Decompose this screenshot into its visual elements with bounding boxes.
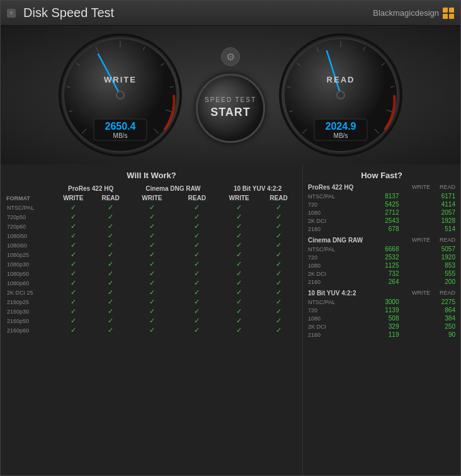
check-icon: ✓ [71, 279, 76, 286]
check-icon: ✓ [236, 222, 242, 230]
check-icon: ✓ [236, 307, 242, 315]
check-icon: ✓ [71, 251, 76, 258]
check-icon: ✓ [149, 326, 155, 334]
svg-text:WRITE: WRITE [104, 75, 137, 84]
format-cell: 720p60 [6, 222, 54, 231]
yuv-rows: NTSC/PAL 3000 2275 720 1139 864 1080 508… [308, 298, 455, 339]
check-icon: ✓ [236, 213, 242, 220]
check-icon: ✓ [71, 232, 76, 239]
check-icon: ✓ [194, 307, 200, 315]
cinema-dng-col-header: Cinema DNG RAW [128, 184, 219, 193]
check-icon: ✓ [108, 241, 113, 249]
check-icon: ✓ [71, 317, 76, 324]
hf-read-value: 90 [433, 331, 455, 338]
format-cell: NTSC/PAL [6, 203, 54, 212]
check-icon: ✓ [149, 298, 155, 305]
table-row: 2160p30 ✓ ✓ ✓ ✓ ✓ ✓ [6, 307, 297, 316]
svg-text:MB/s: MB/s [334, 132, 348, 139]
check-icon: ✓ [236, 251, 242, 258]
check-icon: ✓ [108, 288, 113, 296]
format-cell: 2K DCI 25 [6, 288, 54, 297]
check-icon: ✓ [71, 222, 76, 230]
hf-format-label: 1080 [308, 210, 343, 216]
hf-format-label: 1080 [308, 315, 343, 322]
hf-format-label: 1080 [308, 263, 343, 269]
table-row: 2160p60 ✓ ✓ ✓ ✓ ✓ ✓ [6, 326, 297, 335]
check-icon: ✓ [276, 203, 282, 211]
prores-write-col-header: WRITE [406, 184, 430, 192]
check-icon: ✓ [194, 232, 200, 239]
check-icon: ✓ [71, 288, 76, 296]
table-row: 1080p30 ✓ ✓ ✓ ✓ ✓ ✓ [6, 259, 297, 269]
app-title: Disk Speed Test [23, 6, 373, 20]
check-icon: ✓ [149, 260, 155, 268]
cinema-read-col-header: READ [431, 237, 455, 245]
brand-name: Blackmagicdesign [373, 8, 439, 18]
brand-dot-1 [443, 8, 448, 13]
svg-point-14 [117, 91, 124, 99]
prores-group: ProRes 422 HQ WRITE READ NTSC/PAL 8137 6… [308, 184, 455, 233]
settings-button[interactable]: ⚙ [221, 47, 240, 66]
check-icon: ✓ [194, 203, 200, 211]
how-fast-panel: How Fast? ProRes 422 HQ WRITE READ NTSC/… [303, 164, 460, 475]
list-item: 720 5425 4114 [308, 200, 455, 208]
format-cell: 1080p60 [6, 278, 54, 288]
hf-read-value: 384 [433, 315, 455, 322]
list-item: 2K DCI 732 555 [308, 269, 455, 278]
check-icon: ✓ [149, 279, 155, 286]
check-icon: ✓ [108, 298, 113, 305]
hf-write-value: 329 [377, 323, 399, 330]
check-icon: ✓ [276, 241, 282, 249]
check-icon: ✓ [276, 288, 282, 296]
format-cell: 1080p50 [6, 269, 54, 278]
hf-read-value: 250 [433, 323, 455, 330]
check-icon: ✓ [108, 279, 113, 286]
cinema-dng-rows: NTSC/PAL 6668 5057 720 2532 1920 1080 11… [308, 245, 455, 286]
hf-read-value: 555 [433, 270, 455, 277]
start-button[interactable]: SPEED TEST START [196, 74, 265, 143]
check-icon: ✓ [71, 298, 76, 305]
check-icon: ✓ [276, 213, 282, 220]
list-item: 1080 1125 853 [308, 261, 455, 269]
list-item: NTSC/PAL 3000 2275 [308, 298, 455, 306]
check-icon: ✓ [71, 213, 76, 220]
table-row: 2K DCI 25 ✓ ✓ ✓ ✓ ✓ ✓ [6, 288, 297, 297]
check-icon: ✓ [108, 260, 113, 268]
check-icon: ✓ [194, 260, 200, 268]
check-icon: ✓ [236, 269, 242, 277]
check-icon: ✓ [236, 241, 242, 249]
format-cell: 720p50 [6, 212, 54, 222]
check-icon: ✓ [149, 288, 155, 296]
write-gauge: 2650.4 MB/s WRITE [57, 32, 183, 158]
check-icon: ✓ [276, 298, 282, 305]
check-icon: ✓ [236, 317, 242, 324]
list-item: 1080 2712 2057 [308, 208, 455, 217]
check-icon: ✓ [236, 232, 242, 239]
will-it-work-panel: Will It Work? ProRes 422 HQ Cinema DNG R… [1, 164, 303, 475]
check-icon: ✓ [236, 298, 242, 305]
check-icon: ✓ [276, 232, 282, 239]
table-row: 1080p50 ✓ ✓ ✓ ✓ ✓ ✓ [6, 269, 297, 278]
hf-write-value: 8137 [377, 193, 399, 200]
cinema-write-header: WRITE [128, 193, 176, 203]
data-area: Will It Work? ProRes 422 HQ Cinema DNG R… [1, 164, 460, 475]
svg-text:READ: READ [327, 75, 355, 84]
check-icon: ✓ [194, 288, 200, 296]
center-controls: ⚙ SPEED TEST START [196, 47, 265, 143]
check-icon: ✓ [108, 317, 113, 324]
format-cell: 2160p60 [6, 326, 54, 335]
brand-dot-3 [443, 14, 448, 19]
check-icon: ✓ [276, 279, 282, 286]
check-icon: ✓ [71, 241, 76, 249]
check-icon: ✓ [276, 251, 282, 258]
brand-area: Blackmagicdesign [373, 8, 454, 19]
check-icon: ✓ [149, 213, 155, 220]
format-cell: 2160p50 [6, 316, 54, 326]
gauges-area: 2650.4 MB/s WRITE ⚙ SPEED TEST START [1, 26, 460, 164]
close-button[interactable]: × [7, 9, 16, 18]
table-row: 1080p25 ✓ ✓ ✓ ✓ ✓ ✓ [6, 250, 297, 259]
prores-rows: NTSC/PAL 8137 6171 720 5425 4114 1080 27… [308, 192, 455, 233]
brand-dot-2 [449, 8, 454, 13]
table-row: NTSC/PAL ✓ ✓ ✓ ✓ ✓ ✓ [6, 203, 297, 212]
read-gauge: 2024.9 MB/s READ [278, 32, 404, 158]
